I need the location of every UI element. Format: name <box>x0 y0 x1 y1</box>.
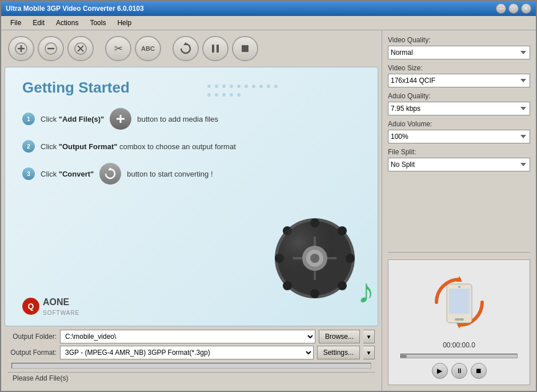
svg-point-19 <box>259 85 263 88</box>
video-quality-label: Video Quality: <box>388 36 530 44</box>
output-format-select[interactable]: 3GP - (MPEG-4 AMR_NB) 3GPP Format(*.3gp) <box>60 346 314 359</box>
preview-pause-button[interactable]: ⏸ <box>451 363 467 379</box>
right-panel: Video Quality: Normal Video Size: 176x14… <box>382 30 536 391</box>
preview-progress-bar[interactable] <box>400 354 517 358</box>
main-content: ✂ ABC <box>1 30 536 391</box>
menu-edit[interactable]: Edit <box>27 18 50 28</box>
preview-time: 00:00:00.0 <box>443 341 475 349</box>
menu-help[interactable]: Help <box>111 18 137 28</box>
svg-point-47 <box>275 218 355 298</box>
step-1: 1 Click "Add File(s)" button to add medi… <box>22 108 360 130</box>
settings-button[interactable]: Settings... <box>317 346 360 359</box>
step-1-icon <box>110 108 131 130</box>
svg-point-14 <box>222 85 226 88</box>
video-size-label: Video Size: <box>388 64 530 72</box>
window-title: Ultra Mobile 3GP Video Converter 6.0.010… <box>6 5 144 13</box>
settings-arrow-button[interactable]: ▼ <box>363 346 375 359</box>
svg-point-18 <box>252 85 255 88</box>
output-folder-row: Output Folder: C:\mobile_video\ Browse..… <box>8 330 375 343</box>
step-3-number: 3 <box>22 167 35 180</box>
video-quality-select[interactable]: Normal <box>388 46 530 59</box>
close-button[interactable]: ✕ <box>521 3 531 14</box>
audio-volume-group: Aduio Volume: 100% <box>388 120 530 143</box>
svg-rect-11 <box>242 45 249 52</box>
menu-tools[interactable]: Tools <box>84 18 111 28</box>
svg-rect-53 <box>449 289 470 314</box>
step-2-text: Click "Output Format" combox to choose a… <box>41 142 236 151</box>
menu-file[interactable]: File <box>5 18 27 28</box>
video-size-select[interactable]: 176x144 QCIF <box>388 74 530 87</box>
stop-button[interactable] <box>232 36 258 61</box>
audio-volume-label: Aduio Volume: <box>388 120 530 128</box>
left-panel: ✂ ABC <box>1 30 382 391</box>
maximize-button[interactable]: □ <box>508 3 519 14</box>
right-divider <box>388 252 530 253</box>
title-buttons: — □ ✕ <box>496 3 531 14</box>
status-bar: Please Add File(s) <box>8 372 375 384</box>
getting-started-area: Getting Started 1 Click "Add File(s)" bu… <box>5 67 378 326</box>
clear-button[interactable] <box>67 36 94 61</box>
svg-point-15 <box>230 85 233 88</box>
bottom-controls: Output Folder: C:\mobile_video\ Browse..… <box>5 326 378 387</box>
preview-play-button[interactable]: ▶ <box>432 363 448 379</box>
pause-button[interactable] <box>202 36 229 61</box>
output-folder-label: Output Folder: <box>8 333 57 341</box>
file-split-label: File Split: <box>388 148 530 156</box>
preview-image <box>394 266 524 339</box>
convert-button[interactable] <box>173 36 199 61</box>
svg-point-26 <box>237 93 241 97</box>
svg-point-55 <box>458 286 460 288</box>
audio-volume-select[interactable]: 100% <box>388 130 530 143</box>
output-format-label: Output Format: <box>8 349 57 357</box>
svg-point-23 <box>215 93 218 97</box>
svg-point-17 <box>245 85 248 88</box>
step-1-number: 1 <box>22 113 35 125</box>
file-split-group: File Split: No Split <box>388 148 530 171</box>
aone-text: AONE SOFTWARE <box>43 297 79 317</box>
svg-rect-10 <box>217 45 219 53</box>
preview-area: 00:00:00.0 ▶ ⏸ ⏹ <box>388 259 530 385</box>
menu-bar: File Edit Actions Tools Help <box>1 16 536 30</box>
aone-logo: Q AONE SOFTWARE <box>22 297 79 317</box>
getting-started-title: Getting Started <box>22 79 360 97</box>
film-reel-graphic: ♪ <box>269 213 363 303</box>
browse-arrow-button[interactable]: ▼ <box>363 330 375 343</box>
browse-button[interactable]: Browse... <box>319 330 360 343</box>
svg-point-12 <box>207 85 211 88</box>
remove-button[interactable] <box>38 36 64 61</box>
video-quality-group: Video Quality: Normal <box>388 36 530 59</box>
file-split-select[interactable]: No Split <box>388 158 530 171</box>
step-2: 2 Click "Output Format" combox to choose… <box>22 140 360 153</box>
svg-point-21 <box>274 85 278 88</box>
preview-controls: ▶ ⏸ ⏹ <box>432 363 487 379</box>
step-3-suffix: button to start converting ! <box>127 170 213 178</box>
aone-icon: Q <box>22 298 39 315</box>
svg-point-24 <box>222 93 226 97</box>
cut-button[interactable]: ✂ <box>105 36 131 61</box>
step-3: 3 Click "Convert" button to start conver… <box>22 163 360 185</box>
output-folder-select[interactable]: C:\mobile_video\ <box>60 330 315 343</box>
step-1-text: Click "Add File(s)" <box>41 115 104 123</box>
output-format-row: Output Format: 3GP - (MPEG-4 AMR_NB) 3GP… <box>8 346 375 359</box>
step-1-suffix: button to add media files <box>137 115 218 123</box>
svg-point-25 <box>230 93 233 97</box>
svg-point-22 <box>207 93 211 97</box>
toolbar: ✂ ABC <box>5 34 378 63</box>
video-size-group: Video Size: 176x144 QCIF <box>388 64 530 87</box>
svg-rect-54 <box>455 318 464 321</box>
rename-button[interactable]: ABC <box>135 36 161 61</box>
right-top: Video Quality: Normal Video Size: 176x14… <box>388 36 530 245</box>
audio-quality-select[interactable]: 7.95 kbps <box>388 102 530 115</box>
preview-stop-button[interactable]: ⏹ <box>471 363 487 379</box>
svg-point-13 <box>215 85 218 88</box>
main-window: Ultra Mobile 3GP Video Converter 6.0.010… <box>0 0 537 392</box>
svg-text:Q: Q <box>28 302 34 311</box>
audio-quality-group: Aduio Quality: 7.95 kbps <box>388 92 530 115</box>
progress-bar <box>11 363 371 369</box>
step-3-text: Click "Convert" <box>41 170 94 178</box>
minimize-button[interactable]: — <box>496 3 506 14</box>
add-button[interactable] <box>8 36 34 61</box>
music-note: ♪ <box>358 274 375 309</box>
decoration-dots <box>206 83 280 102</box>
menu-actions[interactable]: Actions <box>50 18 84 28</box>
